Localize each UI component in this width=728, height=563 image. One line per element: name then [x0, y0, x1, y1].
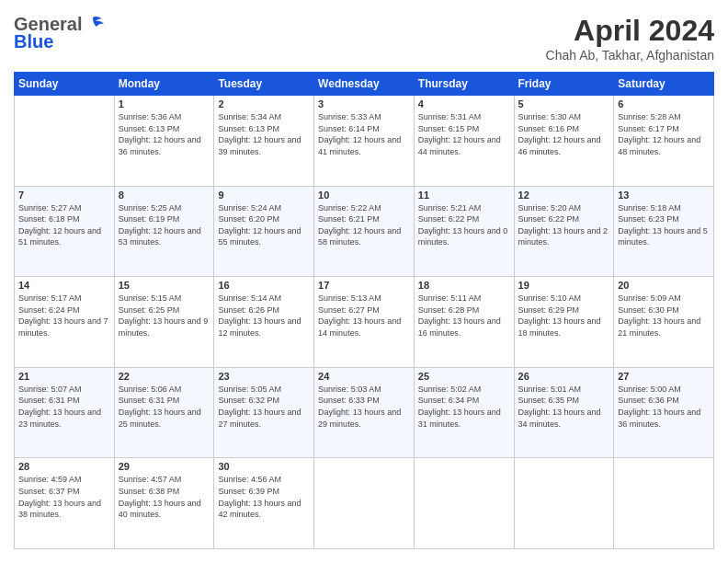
table-row — [614, 458, 714, 549]
day-info: Sunrise: 5:33 AMSunset: 6:14 PMDaylight:… — [318, 111, 410, 157]
table-row: 11Sunrise: 5:21 AMSunset: 6:22 PMDayligh… — [414, 186, 514, 277]
sub-title: Chah Ab, Takhar, Afghanistan — [546, 48, 714, 63]
table-row: 22Sunrise: 5:06 AMSunset: 6:31 PMDayligh… — [114, 367, 214, 458]
day-number: 9 — [218, 190, 310, 201]
day-info: Sunrise: 5:02 AMSunset: 6:34 PMDaylight:… — [418, 384, 510, 430]
day-number: 19 — [518, 280, 610, 291]
day-number: 10 — [318, 190, 410, 201]
calendar-table: SundayMondayTuesdayWednesdayThursdayFrid… — [14, 72, 714, 549]
logo-blue: Blue — [14, 31, 53, 52]
table-row: 7Sunrise: 5:27 AMSunset: 6:18 PMDaylight… — [15, 186, 115, 277]
day-number: 11 — [418, 190, 510, 201]
day-info: Sunrise: 5:11 AMSunset: 6:28 PMDaylight:… — [418, 293, 510, 339]
header: General Blue April 2024 Chah Ab, Takhar,… — [14, 14, 714, 63]
day-number: 17 — [318, 280, 410, 291]
col-header-thursday: Thursday — [414, 73, 514, 96]
day-number: 14 — [18, 280, 110, 291]
table-row: 15Sunrise: 5:15 AMSunset: 6:25 PMDayligh… — [114, 277, 214, 368]
day-info: Sunrise: 5:34 AMSunset: 6:13 PMDaylight:… — [218, 111, 310, 157]
table-row — [314, 458, 415, 549]
day-info: Sunrise: 5:01 AMSunset: 6:35 PMDaylight:… — [518, 384, 610, 430]
day-info: Sunrise: 5:18 AMSunset: 6:23 PMDaylight:… — [618, 202, 710, 248]
day-number: 2 — [218, 98, 310, 109]
day-number: 28 — [18, 461, 110, 472]
day-number: 22 — [119, 371, 210, 382]
day-number: 25 — [418, 371, 510, 382]
day-number: 15 — [119, 280, 210, 291]
day-info: Sunrise: 5:05 AMSunset: 6:32 PMDaylight:… — [218, 384, 310, 430]
table-row: 20Sunrise: 5:09 AMSunset: 6:30 PMDayligh… — [614, 277, 714, 368]
day-info: Sunrise: 5:24 AMSunset: 6:20 PMDaylight:… — [218, 202, 310, 248]
table-row: 27Sunrise: 5:00 AMSunset: 6:36 PMDayligh… — [614, 367, 714, 458]
table-row: 8Sunrise: 5:25 AMSunset: 6:19 PMDaylight… — [114, 186, 214, 277]
day-info: Sunrise: 5:25 AMSunset: 6:19 PMDaylight:… — [119, 202, 210, 248]
day-info: Sunrise: 5:31 AMSunset: 6:15 PMDaylight:… — [418, 111, 510, 157]
day-number: 26 — [518, 371, 610, 382]
day-info: Sunrise: 5:30 AMSunset: 6:16 PMDaylight:… — [518, 111, 610, 157]
logo-bird-icon — [84, 16, 104, 34]
table-row: 16Sunrise: 5:14 AMSunset: 6:26 PMDayligh… — [214, 277, 314, 368]
day-number: 5 — [518, 98, 610, 109]
day-number: 29 — [119, 461, 210, 472]
table-row: 23Sunrise: 5:05 AMSunset: 6:32 PMDayligh… — [214, 367, 314, 458]
table-row: 2Sunrise: 5:34 AMSunset: 6:13 PMDaylight… — [214, 96, 314, 187]
table-row: 18Sunrise: 5:11 AMSunset: 6:28 PMDayligh… — [414, 277, 514, 368]
day-info: Sunrise: 5:28 AMSunset: 6:17 PMDaylight:… — [618, 111, 710, 157]
day-number: 20 — [618, 280, 710, 291]
col-header-tuesday: Tuesday — [214, 73, 314, 96]
table-row: 25Sunrise: 5:02 AMSunset: 6:34 PMDayligh… — [414, 367, 514, 458]
logo: General Blue — [14, 14, 104, 52]
main-title: April 2024 — [546, 14, 714, 48]
table-row: 9Sunrise: 5:24 AMSunset: 6:20 PMDaylight… — [214, 186, 314, 277]
table-row: 4Sunrise: 5:31 AMSunset: 6:15 PMDaylight… — [414, 96, 514, 187]
day-info: Sunrise: 5:17 AMSunset: 6:24 PMDaylight:… — [18, 293, 110, 339]
day-info: Sunrise: 5:13 AMSunset: 6:27 PMDaylight:… — [318, 293, 410, 339]
day-number: 4 — [418, 98, 510, 109]
day-number: 12 — [518, 190, 610, 201]
table-row: 28Sunrise: 4:59 AMSunset: 6:37 PMDayligh… — [15, 458, 115, 549]
day-number: 23 — [218, 371, 310, 382]
day-info: Sunrise: 5:36 AMSunset: 6:13 PMDaylight:… — [119, 111, 210, 157]
day-number: 13 — [618, 190, 710, 201]
table-row — [514, 458, 614, 549]
table-row: 13Sunrise: 5:18 AMSunset: 6:23 PMDayligh… — [614, 186, 714, 277]
col-header-sunday: Sunday — [15, 73, 115, 96]
table-row: 26Sunrise: 5:01 AMSunset: 6:35 PMDayligh… — [514, 367, 614, 458]
title-block: April 2024 Chah Ab, Takhar, Afghanistan — [546, 14, 714, 63]
table-row: 1Sunrise: 5:36 AMSunset: 6:13 PMDaylight… — [114, 96, 214, 187]
day-info: Sunrise: 4:57 AMSunset: 6:38 PMDaylight:… — [119, 474, 210, 520]
day-info: Sunrise: 5:15 AMSunset: 6:25 PMDaylight:… — [119, 293, 210, 339]
day-info: Sunrise: 5:21 AMSunset: 6:22 PMDaylight:… — [418, 202, 510, 248]
table-row: 17Sunrise: 5:13 AMSunset: 6:27 PMDayligh… — [314, 277, 415, 368]
table-row: 5Sunrise: 5:30 AMSunset: 6:16 PMDaylight… — [514, 96, 614, 187]
day-info: Sunrise: 5:03 AMSunset: 6:33 PMDaylight:… — [318, 384, 410, 430]
day-info: Sunrise: 4:59 AMSunset: 6:37 PMDaylight:… — [18, 474, 110, 520]
col-header-wednesday: Wednesday — [314, 73, 415, 96]
day-number: 30 — [218, 461, 310, 472]
table-row: 21Sunrise: 5:07 AMSunset: 6:31 PMDayligh… — [15, 367, 115, 458]
table-row: 6Sunrise: 5:28 AMSunset: 6:17 PMDaylight… — [614, 96, 714, 187]
day-number: 21 — [18, 371, 110, 382]
table-row: 24Sunrise: 5:03 AMSunset: 6:33 PMDayligh… — [314, 367, 415, 458]
day-info: Sunrise: 5:27 AMSunset: 6:18 PMDaylight:… — [18, 202, 110, 248]
table-row: 30Sunrise: 4:56 AMSunset: 6:39 PMDayligh… — [214, 458, 314, 549]
day-number: 18 — [418, 280, 510, 291]
day-number: 8 — [119, 190, 210, 201]
day-number: 24 — [318, 371, 410, 382]
day-info: Sunrise: 5:10 AMSunset: 6:29 PMDaylight:… — [518, 293, 610, 339]
day-number: 16 — [218, 280, 310, 291]
day-info: Sunrise: 5:00 AMSunset: 6:36 PMDaylight:… — [618, 384, 710, 430]
day-info: Sunrise: 5:22 AMSunset: 6:21 PMDaylight:… — [318, 202, 410, 248]
table-row: 3Sunrise: 5:33 AMSunset: 6:14 PMDaylight… — [314, 96, 415, 187]
day-info: Sunrise: 4:56 AMSunset: 6:39 PMDaylight:… — [218, 474, 310, 520]
table-row — [414, 458, 514, 549]
table-row: 29Sunrise: 4:57 AMSunset: 6:38 PMDayligh… — [114, 458, 214, 549]
day-number: 3 — [318, 98, 410, 109]
table-row — [15, 96, 115, 187]
table-row: 10Sunrise: 5:22 AMSunset: 6:21 PMDayligh… — [314, 186, 415, 277]
col-header-saturday: Saturday — [614, 73, 714, 96]
table-row: 14Sunrise: 5:17 AMSunset: 6:24 PMDayligh… — [15, 277, 115, 368]
day-info: Sunrise: 5:06 AMSunset: 6:31 PMDaylight:… — [119, 384, 210, 430]
page: General Blue April 2024 Chah Ab, Takhar,… — [0, 0, 728, 563]
day-info: Sunrise: 5:20 AMSunset: 6:22 PMDaylight:… — [518, 202, 610, 248]
